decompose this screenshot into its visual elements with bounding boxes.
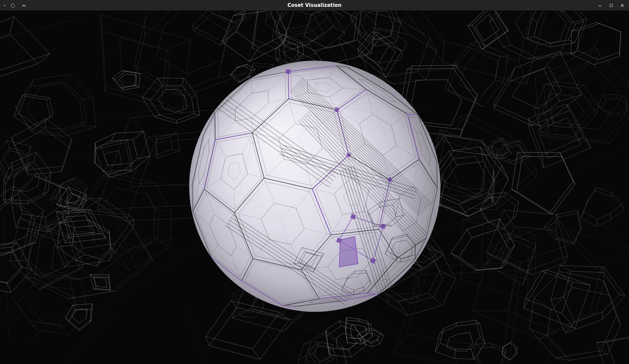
chevron-up-glyph xyxy=(22,4,26,7)
titlebar-left-icons xyxy=(3,0,27,11)
maximize-square-icon xyxy=(610,4,613,7)
titlebar: Coset Visualization – ✕ xyxy=(0,0,629,11)
app-indicator-dot-icon xyxy=(4,5,5,6)
viewport xyxy=(0,11,629,364)
close-button[interactable]: ✕ xyxy=(619,2,626,9)
circle-icon[interactable] xyxy=(9,2,16,9)
window-title: Coset Visualization xyxy=(0,2,629,8)
minimize-button[interactable]: – xyxy=(596,2,604,9)
maximize-button[interactable] xyxy=(607,2,615,9)
circle-outline-icon xyxy=(11,4,15,8)
app-window: Coset Visualization – ✕ xyxy=(0,0,629,364)
window-controls: – ✕ xyxy=(596,0,626,11)
coset-visualization-canvas[interactable] xyxy=(0,11,629,364)
chevron-up-icon[interactable] xyxy=(20,2,27,9)
